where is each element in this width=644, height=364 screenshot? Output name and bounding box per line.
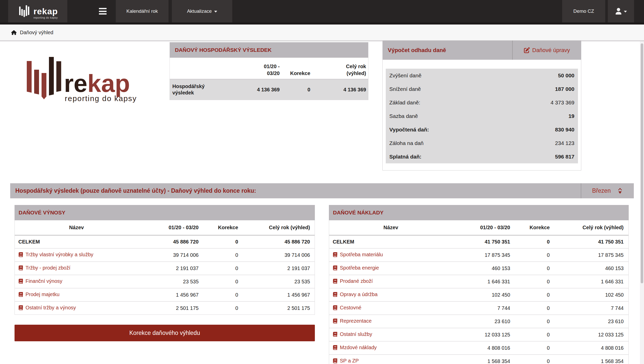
costs-table: DAŇOVÉ NÁKLADY Název 01/20 - 03/20 Korek…: [329, 205, 629, 364]
revenues-total-row: CELKEM 45 886 720 0 45 886 720: [15, 235, 315, 248]
table-row: Spotřeba materiálu 17 875 345 0 17 875 3…: [329, 248, 628, 261]
table-row: Spotřeba energie 460 153 0 460 153: [329, 261, 628, 275]
account-link[interactable]: Reprezentace: [333, 318, 372, 324]
account-link[interactable]: Ostatní služby: [333, 331, 372, 337]
revenues-header-row: Název 01/20 - 03/20 Korekce Celý rok (vý…: [15, 220, 315, 235]
nav-item-label: Aktualizace: [187, 8, 212, 14]
chevron-down-icon: [624, 11, 627, 13]
account-link[interactable]: Spotřeba materiálu: [333, 252, 383, 258]
col-period: 01/20 -03/20: [223, 63, 280, 77]
logo-text-re: re: [64, 69, 87, 97]
table-row: Tržby - prodej zboží 2 191 037 0 2 191 0…: [15, 261, 315, 275]
table-row: Ostatní tržby a výnosy 2 501 175 0 2 501…: [15, 301, 315, 314]
book-icon: [18, 265, 23, 270]
company-label: Demo CZ: [573, 8, 594, 14]
book-icon: [333, 279, 338, 284]
col-year: Celý rok(výhled): [310, 63, 366, 77]
book-icon: [18, 279, 23, 284]
costs-header-row: Název 01/20 - 03/20 Korekce Celý rok (vý…: [329, 220, 628, 235]
row-label: Hospodářský výsledek: [170, 83, 223, 96]
month-label: Březen: [592, 187, 611, 194]
chevron-down-icon: [214, 11, 217, 13]
vertical-scrollbar: [640, 41, 644, 364]
costs-total-row: CELKEM 41 750 351 0 41 750 351: [329, 235, 628, 248]
account-link[interactable]: Prodej majetku: [18, 292, 59, 297]
tax-estimate-header: Výpočet odhadu daně Daňové úpravy: [383, 41, 581, 60]
account-link[interactable]: Finanční výnosy: [18, 278, 62, 284]
sort-icon: [617, 188, 623, 194]
revenues-title: DAŇOVÉ VÝNOSY: [15, 205, 315, 220]
rekap-bars-icon: [18, 3, 31, 19]
book-icon: [333, 252, 338, 257]
book-icon: [18, 305, 23, 310]
nav-item-calendar-year[interactable]: Kalendářní rok: [116, 0, 169, 22]
svg-text:rekap: rekap: [64, 69, 130, 97]
col-correction: Korekce: [280, 70, 310, 77]
tax-outlook-correction-button[interactable]: Korekce daňového výhledu: [15, 325, 315, 341]
estimate-row: Snížení daně 187 000: [386, 82, 578, 96]
revenues-table: DAŇOVÉ VÝNOSY Název 01/20 - 03/20 Korekc…: [15, 205, 315, 315]
tax-estimate-panel: Výpočet odhadu daně Daňové úpravy Zvýšen…: [382, 40, 581, 171]
tax-estimate-table: Zvýšení daně 50 000 Snížení daně 187 000…: [386, 69, 578, 163]
account-link[interactable]: Cestovné: [333, 305, 362, 311]
account-link[interactable]: Tržby vlastní výrobky a služby: [18, 252, 93, 258]
brand-logo[interactable]: rekap reporting do kapsy: [8, 0, 67, 22]
account-link[interactable]: Tržby - prodej zboží: [18, 265, 70, 271]
section-bar: Hospodářský výsledek (pouze daňově uznat…: [10, 183, 634, 198]
breadcrumb-current: Daňový výhled: [20, 30, 53, 35]
estimate-row: Základ daně: 4 373 369: [386, 96, 578, 109]
table-row: Opravy a údržba 102 450 0 102 450: [329, 288, 628, 301]
scrollbar-thumb[interactable]: [641, 43, 643, 283]
menu-toggle-icon[interactable]: [99, 8, 107, 15]
account-link[interactable]: Spotřeba energie: [333, 265, 379, 271]
book-icon: [333, 358, 338, 363]
tax-estimate-title: Výpočet odhadu daně: [383, 41, 512, 60]
navbar-shadow: [0, 22, 644, 25]
book-icon: [333, 332, 338, 337]
page: rekap reporting do kapsy Kalendářní rok …: [0, 0, 644, 364]
estimate-row: Zvýšení daně 50 000: [386, 69, 578, 82]
table-row: Mzdové náklady 4 808 016 0 4 808 016: [329, 341, 628, 354]
book-icon: [333, 292, 338, 297]
tax-adjustments-button[interactable]: Daňové úpravy: [513, 41, 581, 60]
account-link[interactable]: SP a ZP: [333, 358, 359, 364]
top-navbar: rekap reporting do kapsy Kalendářní rok …: [0, 0, 644, 22]
table-row: Reprezentace 23 610 0 23 610: [329, 314, 628, 328]
account-link[interactable]: Opravy a údržba: [333, 292, 378, 297]
nav-item-company[interactable]: Demo CZ: [562, 0, 605, 22]
breadcrumb: Daňový výhled: [0, 25, 644, 41]
user-icon: [615, 8, 622, 15]
table-row: Ostatní služby 12 033 125 0 12 033 125: [329, 328, 628, 341]
logo-tagline: reporting do kapsy: [65, 94, 137, 103]
estimate-row: Sazba daně 19: [386, 109, 578, 123]
section-title: Hospodářský výsledek (pouze daňově uznat…: [10, 187, 581, 194]
tax-result-header-row: 01/20 -03/20 Korekce Celý rok(výhled): [170, 58, 368, 79]
tax-result-table: DAŇOVÝ HOSPODÁŘSKÝ VÝSLEDEK 01/20 -03/20…: [170, 42, 368, 100]
estimate-row: Splatná daň: 596 817: [386, 150, 578, 163]
period-value: 4 136 369: [223, 87, 280, 93]
account-link[interactable]: Prodané zboží: [333, 278, 373, 284]
home-icon[interactable]: [11, 30, 17, 35]
estimate-row: Záloha na daň 234 123: [386, 136, 578, 150]
table-row: SP a ZP 1 568 354 0 1 568 354: [329, 354, 628, 364]
user-menu[interactable]: [608, 0, 634, 22]
correction-value: 0: [280, 87, 310, 93]
tax-result-data-row: Hospodářský výsledek 4 136 369 0 4 136 3…: [170, 79, 368, 100]
edit-icon: [524, 47, 530, 53]
brand-name: rekap: [33, 7, 58, 16]
brand-tagline: reporting do kapsy: [33, 16, 58, 19]
nav-item-update-dropdown[interactable]: Aktualizace: [172, 0, 232, 22]
book-icon: [333, 265, 338, 270]
month-selector[interactable]: Březen: [581, 183, 634, 198]
logo-text-kap: kap: [87, 69, 130, 97]
account-link[interactable]: Ostatní tržby a výnosy: [18, 305, 76, 311]
book-icon: [333, 345, 338, 350]
tax-result-title: DAŇOVÝ HOSPODÁŘSKÝ VÝSLEDEK: [170, 42, 368, 58]
table-row: Tržby vlastní výrobky a služby 39 714 00…: [15, 248, 315, 261]
account-link[interactable]: Mzdové náklady: [333, 345, 377, 350]
costs-title: DAŇOVÉ NÁKLADY: [329, 205, 629, 220]
table-row: Finanční výnosy 23 535 0 23 535: [15, 275, 315, 288]
rekap-logo: rekap reporting do kapsy: [19, 51, 138, 106]
book-icon: [18, 292, 23, 297]
tax-adjustments-label: Daňové úpravy: [532, 47, 570, 54]
